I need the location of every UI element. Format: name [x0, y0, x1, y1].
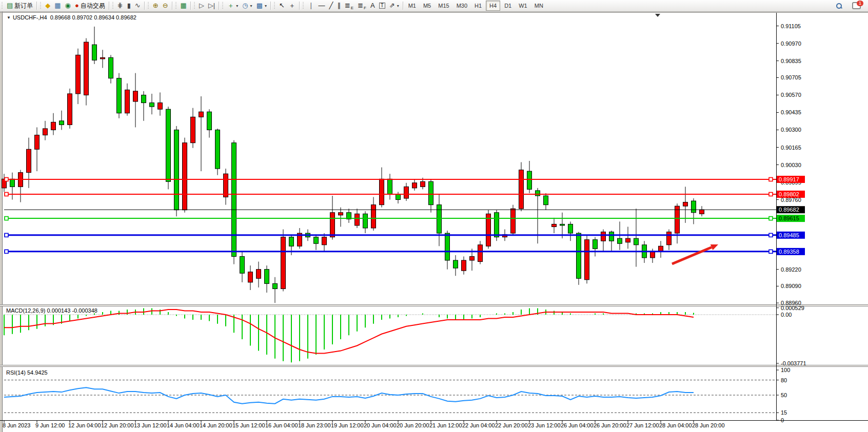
time-tick-label: 22 Jun 04:00 — [462, 422, 495, 428]
toolbar-grip — [40, 2, 42, 9]
fibonacci-expansion-sub: F — [364, 6, 366, 10]
crosshair-button[interactable]: ＋ — [287, 1, 298, 11]
time-tick-label: 21 Jun 12:00 — [429, 422, 462, 428]
timeframe-m5-button[interactable]: M5 — [420, 1, 434, 10]
candle-down — [396, 194, 401, 199]
timeframe-m30-button[interactable]: M30 — [453, 1, 470, 10]
hline-handle[interactable] — [5, 217, 8, 220]
new-order-button[interactable]: ▤新订单 — [5, 1, 35, 11]
line-chart-icon: ∿ — [135, 2, 141, 9]
timeframe-mn-button[interactable]: MN — [531, 1, 546, 10]
arrows-tool-dropdown-icon[interactable]: ▾ — [397, 4, 399, 8]
cursor-button[interactable]: ↖ — [277, 1, 287, 11]
timeframe-d1-button[interactable]: D1 — [501, 1, 515, 10]
toolbar-grip — [1, 2, 4, 9]
price-tick-label: 0.90570 — [781, 92, 801, 98]
candle-up — [68, 94, 72, 125]
mt4-terminal: 0.911050.909700.908350.907050.905700.904… — [0, 0, 868, 432]
toolbar-grip — [222, 2, 224, 9]
toolbar-separator — [109, 2, 109, 10]
auto-scroll-button[interactable]: ▷ — [197, 1, 206, 11]
price-tick-label: 0.90300 — [781, 127, 801, 133]
search-button[interactable] — [834, 1, 844, 11]
horizontal-line-button[interactable]: — — [317, 1, 327, 11]
navigator-button[interactable]: ◉ — [63, 1, 73, 11]
candle-up — [339, 213, 343, 215]
candle-up — [519, 170, 524, 209]
hline-handle[interactable] — [769, 217, 773, 220]
notifications-button[interactable]: 1 — [850, 1, 863, 11]
time-tick-label: 28 Jun 20:00 — [692, 422, 725, 428]
indicators-button[interactable]: ＋▾ — [225, 1, 240, 11]
arrows-tool-button[interactable]: ⇗▾ — [387, 1, 401, 11]
candle-up — [659, 246, 663, 251]
hline-handle[interactable] — [769, 250, 773, 253]
candle-down — [453, 260, 458, 268]
symbol-ohlc-line[interactable]: ▼USDCHF-,H4 0.89668 0.89702 0.89634 0.89… — [7, 14, 136, 20]
time-tick-label: 23 Jun 12:00 — [528, 422, 561, 428]
equidistant-channel-icon: ∥ — [337, 2, 341, 9]
candle-up — [700, 210, 704, 214]
price-tick-label: 0.90705 — [781, 74, 801, 80]
hline-handle[interactable] — [769, 233, 773, 237]
candle-down — [527, 171, 532, 189]
auto-trading-button[interactable]: ●自动交易 — [73, 1, 107, 11]
time-tick-label: 14 Jun 20:00 — [200, 422, 232, 428]
line-chart-button[interactable]: ∿ — [133, 1, 143, 11]
text-label-button[interactable]: T — [377, 1, 387, 11]
trend-line-button[interactable]: ╱ — [327, 1, 336, 11]
timeframe-m15-button[interactable]: M15 — [435, 1, 452, 10]
text-tool-button[interactable]: A — [368, 1, 377, 11]
fibonacci-expansion-button[interactable]: ≣F — [356, 1, 368, 11]
new-order-label: 新订单 — [14, 2, 33, 10]
hline-handle[interactable] — [5, 192, 8, 196]
candle-up — [585, 240, 589, 280]
candle-down — [289, 237, 294, 246]
market-watch-button[interactable]: ◆ — [43, 1, 52, 11]
timeframe-m1-button[interactable]: M1 — [405, 1, 419, 10]
time-tick-label: 18 Jun 23:00 — [298, 422, 331, 428]
price-tick-label: 0.90435 — [781, 109, 801, 115]
templates-dropdown-icon[interactable]: ▾ — [265, 4, 267, 8]
hline-handle[interactable] — [5, 250, 8, 253]
hline-handle[interactable] — [5, 178, 8, 181]
candle-down — [495, 213, 499, 237]
price-tag-label: 0.89615 — [779, 215, 799, 221]
candlestick-chart-button[interactable]: ▮ — [125, 1, 133, 11]
candle-up — [191, 117, 195, 142]
candle-down — [363, 214, 368, 228]
equidistant-channel-button[interactable]: ∥ — [335, 1, 343, 11]
periods-dropdown-icon[interactable]: ▾ — [250, 4, 252, 8]
chart-shift-button[interactable]: ▷| — [206, 1, 217, 11]
candle-down — [150, 103, 154, 107]
rsi-axis-label: 50 — [781, 392, 787, 398]
time-tick-label: 19 Jun 12:00 — [331, 422, 364, 428]
data-window-button[interactable]: ▦ — [52, 1, 63, 11]
periods-button[interactable]: ◷▾ — [240, 1, 254, 11]
indicators-icon: ＋ — [227, 2, 234, 9]
candle-down — [437, 205, 442, 233]
toolbar-grip — [302, 2, 305, 9]
timeframe-h4-button[interactable]: H4 — [486, 1, 500, 11]
tile-windows-button[interactable]: ▦ — [179, 1, 189, 11]
zoom-out-button[interactable]: ⊖ — [161, 1, 170, 11]
time-tick-label: 26 Jun 04:00 — [561, 422, 594, 428]
hline-handle[interactable] — [769, 192, 773, 196]
rsi-axis-label: 80 — [781, 377, 787, 383]
hline-handle[interactable] — [5, 233, 8, 237]
zoom-in-button[interactable]: ⊕ — [151, 1, 161, 11]
hline-handle[interactable] — [769, 178, 773, 181]
timeframe-h1-button[interactable]: H1 — [471, 1, 485, 10]
templates-button[interactable]: ▩▾ — [254, 1, 269, 11]
candle-down — [609, 232, 614, 241]
vertical-line-button[interactable]: ｜ — [306, 1, 317, 11]
candle-down — [593, 240, 598, 249]
fibonacci-retracement-button[interactable]: ≣E — [343, 1, 356, 11]
fibonacci-retracement-icon: ≣ — [345, 2, 350, 9]
indicators-dropdown-icon[interactable]: ▾ — [236, 4, 238, 8]
bar-chart-icon: ⋕ — [117, 2, 123, 9]
candle-up — [51, 122, 56, 130]
chart-area[interactable]: 0.911050.909700.908350.907050.905700.904… — [0, 0, 868, 432]
bar-chart-button[interactable]: ⋕ — [115, 1, 125, 11]
timeframe-w1-button[interactable]: W1 — [516, 1, 530, 10]
